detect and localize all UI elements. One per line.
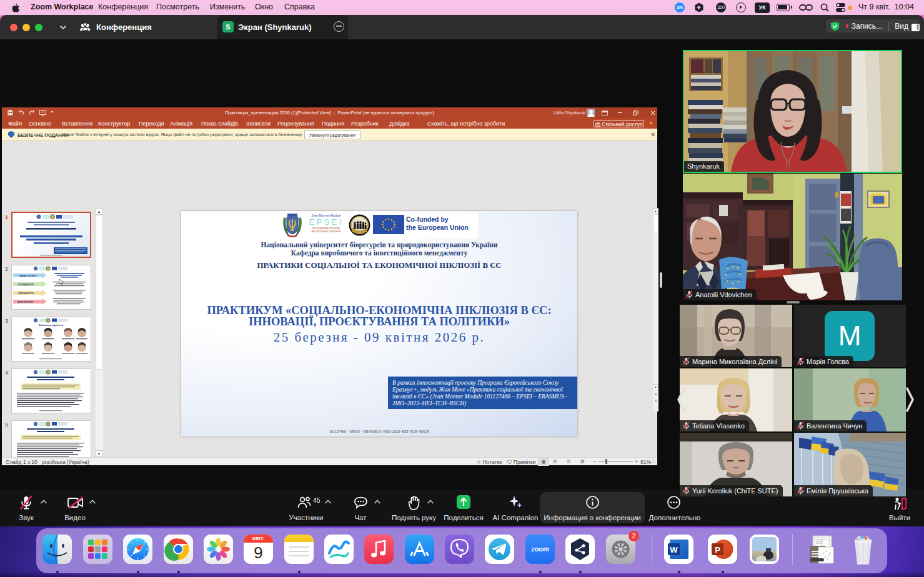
svg-text:МЕТА ПРОЄКТУ: МЕТА ПРОЄКТУ	[17, 301, 34, 303]
svg-text:КООРДИНАТОР: КООРДИНАТОР	[18, 284, 34, 286]
svg-text:АКТУАЛЬНІСТЬ: АКТУАЛЬНІСТЬ	[18, 292, 34, 295]
svg-text:Команда проєкту: Команда проєкту	[39, 323, 64, 327]
svg-text:W: W	[670, 545, 678, 555]
svg-text:НАЗВА ПРОЄКТУ: НАЗВА ПРОЄКТУ	[19, 275, 37, 277]
svg-text:P: P	[715, 545, 720, 555]
